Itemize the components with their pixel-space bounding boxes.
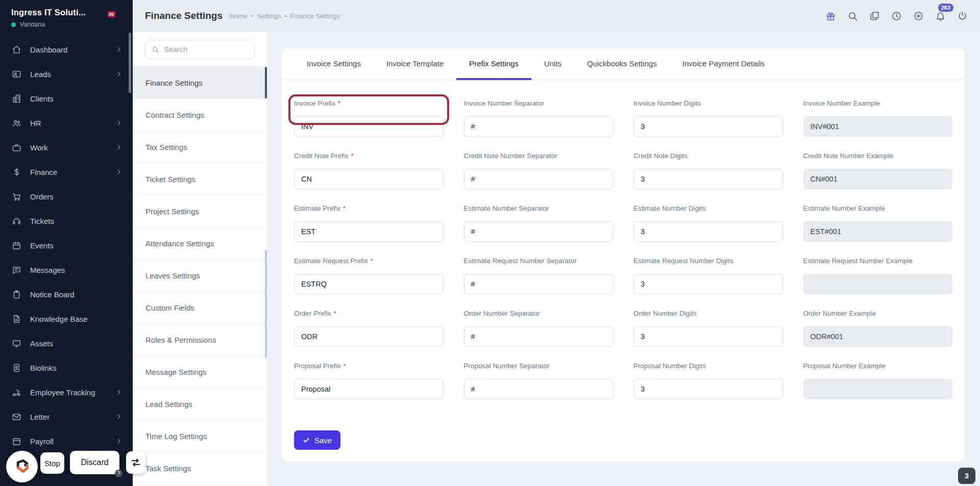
tab-invoice-template[interactable]: Invoice Template [374, 48, 456, 80]
proposal-number-separator-input[interactable] [464, 379, 614, 399]
clock-button[interactable] [891, 10, 902, 21]
sidebar-item-messages[interactable]: Messages [0, 258, 133, 282]
invoice-number-separator-input[interactable] [464, 116, 614, 137]
power-button[interactable] [957, 10, 968, 21]
sidebar-item-finance[interactable]: Finance [0, 160, 133, 184]
tab-prefix-settings[interactable]: Prefix Settings [456, 48, 531, 80]
sidebar-item-leads[interactable]: Leads [0, 62, 133, 86]
discard-button[interactable]: Discard [70, 451, 119, 474]
estimate-number-digits-input[interactable] [633, 221, 783, 242]
settings-item-tax-settings[interactable]: Tax Settings [133, 131, 267, 163]
order-number-separator-input[interactable] [464, 326, 614, 347]
help-badge[interactable]: ? [115, 470, 122, 477]
estimate-number-separator-input[interactable] [464, 221, 614, 242]
estimate-request-number-example-input [803, 274, 953, 294]
tab-invoice-settings[interactable]: Invoice Settings [294, 48, 374, 80]
sidebar-item-notice-board[interactable]: Notice Board [0, 282, 133, 306]
plus-circle-button[interactable] [913, 10, 924, 21]
invoice-prefix-input[interactable] [294, 116, 444, 137]
chevron-right-icon [115, 70, 122, 78]
search-button[interactable] [847, 10, 858, 21]
save-button[interactable]: Save [294, 430, 340, 450]
sidebar-item-events[interactable]: Events [0, 233, 133, 258]
gift-button[interactable] [825, 10, 836, 21]
company-block[interactable]: Ingress IT Soluti... Vandana IN [0, 0, 133, 32]
settings-item-task-settings[interactable]: Task Settings [133, 452, 267, 484]
settings-scrollbar-track[interactable] [265, 250, 267, 358]
sidebar-item-biolinks[interactable]: Biolinks [0, 355, 133, 380]
settings-item-contract-settings[interactable]: Contract Settings [133, 99, 267, 131]
breadcrumb-item[interactable]: Finance Settings [290, 12, 340, 20]
sidebar-item-orders[interactable]: Orders [0, 184, 133, 209]
clock-icon [891, 11, 902, 21]
settings-search-input[interactable] [164, 45, 248, 54]
settings-item-label: Tax Settings [145, 143, 187, 151]
home-icon [12, 45, 21, 55]
proposal-prefix-input[interactable] [294, 379, 444, 399]
credit-note-digits-input[interactable] [633, 169, 783, 189]
field-label: Estimate Request Prefix* [294, 257, 444, 266]
settings-item-leaves-settings[interactable]: Leaves Settings [133, 260, 267, 292]
pages-button[interactable] [869, 10, 880, 21]
settings-item-label: Lead Settings [145, 400, 192, 408]
settings-item-project-settings[interactable]: Project Settings [133, 195, 267, 227]
form-field-credit-note-number-example: Credit Note Number Example [803, 151, 953, 189]
settings-scrollbar-thumb[interactable] [265, 67, 267, 98]
form-field-estimate-number-separator: Estimate Number Separator [464, 204, 614, 242]
sidebar-item-payroll[interactable]: Payroll [0, 429, 133, 453]
breadcrumb: Home•Settings•Finance Settings [230, 12, 340, 20]
settings-item-ticket-settings[interactable]: Ticket Settings [133, 163, 267, 195]
chat-icon [12, 265, 21, 275]
estimate-request-prefix-input[interactable] [294, 274, 444, 294]
gift-icon [825, 11, 836, 21]
settings-item-custom-fields[interactable]: Custom Fields [133, 292, 267, 324]
sidebar-item-letter[interactable]: Letter [0, 404, 133, 429]
settings-item-finance-settings[interactable]: Finance Settings [133, 67, 267, 99]
order-prefix-input[interactable] [294, 326, 444, 347]
tab-invoice-payment-details[interactable]: Invoice Payment Details [670, 48, 777, 80]
estimate-request-number-digits-input[interactable] [633, 274, 783, 294]
tab-quickbooks-settings[interactable]: Quickbooks Settings [574, 48, 670, 80]
form-field-credit-note-digits: Credit Note Digits [633, 151, 783, 189]
breadcrumb-item[interactable]: Home [230, 12, 248, 20]
file-text-icon [12, 314, 21, 324]
sidebar-item-dashboard[interactable]: Dashboard [0, 37, 133, 62]
invoice-number-digits-input[interactable] [633, 116, 783, 137]
monitor-icon [12, 339, 21, 348]
estimate-request-number-separator-input[interactable] [464, 274, 614, 294]
sidebar-item-work[interactable]: Work [0, 135, 133, 160]
credit-note-prefix-input[interactable] [294, 169, 444, 189]
sidebar-item-hr[interactable]: HR [0, 111, 133, 135]
check-icon [303, 437, 310, 444]
sidebar-item-clients[interactable]: Clients [0, 86, 133, 111]
bell-button[interactable]: 263 [935, 10, 946, 21]
id-card-icon [12, 363, 21, 373]
proposal-number-example-input [803, 379, 953, 399]
settings-item-attendance-settings[interactable]: Attendance Settings [133, 227, 267, 260]
settings-item-lead-settings[interactable]: Lead Settings [133, 388, 267, 420]
search-icon [847, 11, 858, 21]
sidebar-item-tickets[interactable]: Tickets [0, 209, 133, 233]
sidebar-item-label: Payroll [30, 437, 54, 446]
breadcrumb-item[interactable]: Settings [257, 12, 281, 20]
recorder-logo-button[interactable] [6, 451, 38, 482]
credit-note-number-separator-input[interactable] [464, 169, 614, 189]
order-number-digits-input[interactable] [633, 326, 783, 347]
calendar-icon [12, 241, 21, 250]
settings-item-time-log-settings[interactable]: Time Log Settings [133, 420, 267, 452]
sidebar-item-knowledge-base[interactable]: Knowledge Base [0, 306, 133, 331]
field-label: Proposal Prefix* [294, 362, 444, 371]
swap-button[interactable] [126, 451, 145, 474]
settings-item-roles-permissions[interactable]: Roles & Permissions [133, 324, 267, 356]
sidebar-scrollbar[interactable] [129, 33, 131, 93]
company-name: Ingress IT Soluti... [11, 8, 121, 17]
settings-item-message-settings[interactable]: Message Settings [133, 356, 267, 388]
stop-button[interactable]: Stop [40, 452, 64, 474]
estimate-prefix-input[interactable] [294, 221, 444, 242]
form-field-proposal-number-separator: Proposal Number Separator [464, 362, 614, 399]
field-label: Proposal Number Example [803, 362, 953, 371]
sidebar-item-employee-tracking[interactable]: Employee Tracking [0, 380, 133, 404]
sidebar-item-assets[interactable]: Assets [0, 331, 133, 355]
proposal-number-digits-input[interactable] [633, 379, 783, 399]
tab-units[interactable]: Units [531, 48, 574, 80]
